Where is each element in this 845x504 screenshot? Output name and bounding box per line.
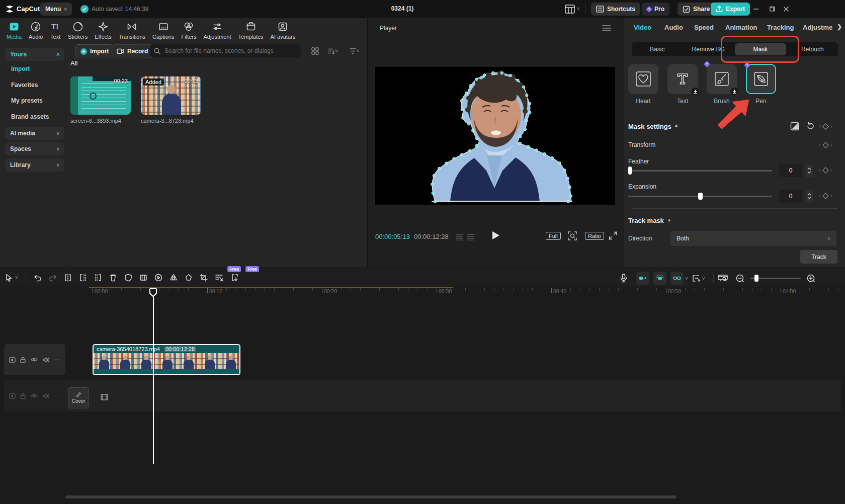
- keyframe-diamond-icon[interactable]: [822, 193, 829, 199]
- timeline-clip-camera[interactable]: camera-3654018723.mp4 00:00:12:28: [93, 344, 240, 375]
- speaker-icon[interactable]: [43, 393, 49, 399]
- mask-point[interactable]: [462, 117, 464, 119]
- zoom-out-icon[interactable]: [736, 274, 744, 283]
- overlay-button[interactable]: [139, 274, 147, 282]
- split-keep-left-button[interactable]: [79, 274, 87, 282]
- preview-zoom-icon[interactable]: [568, 231, 577, 240]
- tab-speed[interactable]: Speed: [694, 24, 714, 31]
- mask-point[interactable]: [569, 195, 572, 197]
- mask-point[interactable]: [568, 186, 571, 188]
- chevron-down-icon[interactable]: ˅: [702, 276, 705, 281]
- invert-mask-icon[interactable]: [790, 122, 799, 131]
- playhead-line[interactable]: [153, 288, 154, 464]
- window-close-button[interactable]: [783, 6, 790, 13]
- mask-point[interactable]: [433, 174, 435, 177]
- mirror-button[interactable]: [170, 274, 178, 282]
- reset-icon[interactable]: [806, 122, 815, 130]
- shortcuts-button[interactable]: Shortcuts: [591, 3, 640, 16]
- horizontal-scrollbar[interactable]: [65, 495, 677, 498]
- sidebar-group-library[interactable]: Library˅: [5, 158, 64, 172]
- sort-control[interactable]: ˅: [327, 47, 338, 55]
- sidebar-group-ai-media[interactable]: AI media˅: [5, 127, 64, 140]
- lock-icon[interactable]: [20, 357, 26, 363]
- ribbon-item-templates[interactable]: Templates: [234, 20, 267, 41]
- ribbon-item-ai-avatars[interactable]: AI avatars: [267, 20, 299, 41]
- mask-point[interactable]: [527, 145, 529, 148]
- mask-tool-button[interactable]: [124, 274, 132, 282]
- mask-point[interactable]: [460, 100, 463, 102]
- mask-point[interactable]: [468, 123, 470, 125]
- fit-timeline-icon[interactable]: [718, 275, 728, 282]
- undo-button[interactable]: [34, 274, 42, 282]
- mask-point[interactable]: [567, 200, 569, 203]
- speaker-icon[interactable]: [43, 357, 49, 363]
- mask-point[interactable]: [525, 119, 528, 122]
- sidebar-group-spaces[interactable]: Spaces˅: [5, 142, 64, 155]
- filter-control[interactable]: ˅: [349, 47, 360, 55]
- keyframe-diamond-icon[interactable]: [822, 167, 829, 174]
- window-minimize-button[interactable]: [752, 6, 759, 13]
- keyframe-diamond-icon[interactable]: [822, 123, 829, 130]
- layout-panels-icon[interactable]: [565, 5, 575, 14]
- eye-icon[interactable]: [31, 393, 38, 398]
- ribbon-item-media[interactable]: Media: [3, 20, 25, 41]
- ribbon-item-effects[interactable]: Effects: [91, 20, 115, 41]
- keyframe-nav[interactable]: ‹›: [819, 166, 832, 174]
- snap-toggle[interactable]: [636, 272, 649, 285]
- sidebar-group-yours[interactable]: Yours˄: [5, 48, 64, 61]
- collapse-arrow-icon[interactable]: ▲: [674, 123, 679, 128]
- zoom-in-icon[interactable]: [807, 274, 815, 283]
- ribbon-item-adjustment[interactable]: Adjustment: [200, 20, 234, 41]
- mask-point[interactable]: [524, 128, 526, 130]
- expansion-stepper[interactable]: [805, 190, 813, 203]
- mask-point[interactable]: [460, 153, 463, 156]
- mask-point[interactable]: [519, 135, 521, 138]
- ribbon-item-audio[interactable]: Audio: [25, 20, 46, 41]
- track-type-icon[interactable]: [9, 393, 16, 399]
- split-button[interactable]: [64, 274, 72, 282]
- track-type-icon[interactable]: [9, 357, 16, 363]
- link-toggle[interactable]: [670, 272, 684, 285]
- mask-point[interactable]: [445, 162, 448, 164]
- mask-point[interactable]: [558, 162, 561, 164]
- search-input[interactable]: [163, 47, 291, 55]
- cover-button[interactable]: Cover: [68, 387, 89, 408]
- sidebar-item-favorites[interactable]: Favorites: [11, 81, 38, 89]
- tab-adjustment[interactable]: Adjustme: [803, 24, 839, 31]
- delete-button[interactable]: [109, 274, 117, 282]
- select-tool[interactable]: ˅: [5, 274, 18, 282]
- mask-point[interactable]: [528, 111, 531, 114]
- mask-point[interactable]: [563, 169, 566, 172]
- tab-animation[interactable]: Animation: [725, 24, 757, 31]
- mask-point[interactable]: [492, 71, 494, 74]
- ratio-button[interactable]: Ratio: [585, 232, 604, 240]
- mask-shape-pen[interactable]: [746, 64, 776, 94]
- play-button[interactable]: [492, 231, 500, 240]
- mask-point[interactable]: [500, 72, 503, 74]
- video-preview[interactable]: [375, 67, 615, 205]
- zoom-slider-thumb[interactable]: [754, 275, 758, 282]
- mask-point[interactable]: [434, 200, 436, 203]
- ribbon-item-filters[interactable]: Filters: [178, 20, 200, 41]
- mask-point[interactable]: [543, 152, 546, 155]
- mask-point[interactable]: [475, 78, 478, 80]
- mask-point[interactable]: [551, 156, 553, 159]
- layout-chevron-icon[interactable]: ˅: [577, 6, 580, 12]
- mask-point[interactable]: [509, 74, 512, 77]
- mask-shape-text[interactable]: [667, 64, 698, 94]
- track-lane-2[interactable]: [65, 380, 841, 411]
- direction-dropdown[interactable]: Both ˅: [670, 231, 836, 246]
- mask-point[interactable]: [522, 86, 525, 88]
- subtab-basic[interactable]: Basic: [632, 46, 683, 53]
- mask-point[interactable]: [566, 177, 569, 180]
- timeline-zoom-slider[interactable]: [750, 274, 801, 282]
- mask-point[interactable]: [483, 74, 486, 76]
- mask-point[interactable]: [469, 85, 472, 87]
- preview-select-icon[interactable]: [692, 275, 701, 282]
- mask-point[interactable]: [468, 149, 471, 152]
- mask-point[interactable]: [453, 157, 455, 160]
- eye-icon[interactable]: [31, 357, 38, 362]
- mask-point[interactable]: [526, 94, 528, 97]
- mask-point[interactable]: [431, 183, 434, 186]
- menu-button[interactable]: Menu˅: [40, 3, 72, 16]
